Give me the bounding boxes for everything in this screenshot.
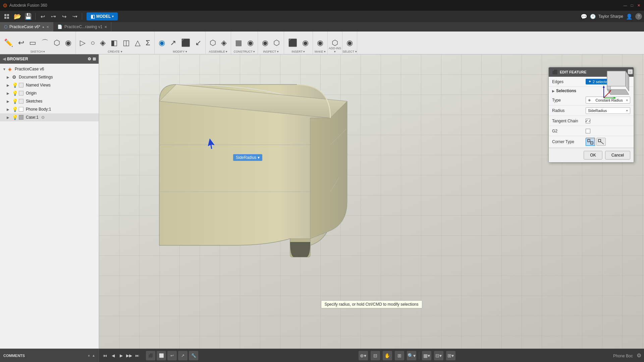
redo-history-button[interactable]: ↪▾: [70, 12, 79, 21]
visual-style-btn[interactable]: ⊟▾: [434, 351, 443, 360]
radius-value-text: SideRadius: [588, 109, 607, 113]
timeline-btn-5[interactable]: 🔧: [189, 351, 198, 360]
status-bar: COMMENTS + ▲ ⏮ ◀ ▶ ▶▶ ⏭ ⬛ ⬜ ↩ ↗ 🔧 ⊕▾ ⊟ ✋…: [0, 349, 644, 362]
sketch-btn-poly[interactable]: ⬡: [52, 38, 62, 48]
playback-first-btn[interactable]: ⏮: [102, 352, 108, 359]
sketch-btn-line[interactable]: ▭: [27, 38, 38, 48]
modify-btn-chamfer[interactable]: ↗: [168, 38, 178, 48]
radius-dropdown-arrow[interactable]: ▾: [258, 155, 260, 160]
corner-type-btn-2[interactable]: [596, 138, 606, 146]
user-name[interactable]: Taylor Sharpe: [598, 14, 623, 19]
tab-close-2[interactable]: ✕: [104, 25, 107, 29]
cancel-button[interactable]: Cancel: [605, 151, 630, 160]
timeline-btn-4[interactable]: ↗: [178, 351, 187, 360]
sketch-btn-arc[interactable]: ⌒: [39, 37, 51, 49]
create-btn-loft[interactable]: ◧: [109, 38, 120, 48]
tree-item-phonebody[interactable]: ▶ 💡 Phone Body:1: [0, 105, 99, 113]
close-button[interactable]: ✕: [636, 3, 641, 8]
fit-btn[interactable]: ⊞: [395, 351, 404, 360]
sketch-btn-circle[interactable]: ◉: [63, 38, 73, 48]
tree-item-root[interactable]: ▼ ◈ PracticeCase v6: [0, 65, 99, 73]
tree-item-origin[interactable]: ▶ 💡 Origin: [0, 89, 99, 97]
tree-item-case1[interactable]: ▶ 💡 Case:1 ⊙: [0, 113, 99, 121]
grid-menu-button[interactable]: [2, 12, 11, 21]
viewcube[interactable]: ⌂: [600, 68, 634, 101]
timeline-btn-2[interactable]: ⬜: [157, 351, 166, 360]
clock-icon[interactable]: 🕐: [590, 14, 596, 19]
modify-btn-fillet[interactable]: ◉: [157, 38, 167, 48]
modify-btn-more[interactable]: ↙: [193, 38, 203, 48]
tangent-chain-checkbox[interactable]: ✓: [586, 119, 590, 123]
pan-btn[interactable]: ✋: [383, 351, 392, 360]
file-menu-button[interactable]: 📂: [13, 12, 22, 21]
ef-dropdown-radius[interactable]: SideRadius ▾: [586, 107, 630, 114]
tree-item-sketches[interactable]: ▶ 💡 Sketches: [0, 97, 99, 105]
radius-input-overlay[interactable]: SideRadius ▾: [233, 154, 262, 161]
tab-practicecase[interactable]: ⬡ PracticeCase v6* ● ✕: [0, 22, 53, 32]
maximize-button[interactable]: □: [629, 3, 635, 8]
create-btn-sweep[interactable]: ◈: [98, 38, 108, 48]
settings-icon[interactable]: ⚙: [637, 353, 644, 358]
corner-type-btn-1[interactable]: [586, 138, 595, 146]
main-toolbar: 📂 💾 ↩ ↩▾ ↪ ↪▾ ◧ MODEL ▾ 💬 🕐 Taylor Sharp…: [0, 11, 644, 22]
create-btn-mirror[interactable]: ◫: [121, 38, 132, 48]
zoom-btn[interactable]: 🔍▾: [407, 351, 416, 360]
comments-add-icon[interactable]: +: [88, 354, 90, 358]
playback-play-btn[interactable]: ▶: [118, 352, 124, 359]
help-icon[interactable]: ?: [635, 13, 642, 20]
create-btn-pattern[interactable]: △: [133, 38, 143, 48]
ground-plane-btn[interactable]: ⊞▾: [446, 351, 455, 360]
redo-button[interactable]: ↪: [59, 12, 69, 21]
tab-drawing[interactable]: 📄 PracticeC...rawing v1 ✕: [53, 22, 111, 32]
playback-prev-btn[interactable]: ◀: [110, 352, 116, 359]
create-more-icon: Σ: [146, 39, 150, 47]
undo-button[interactable]: ↩: [38, 12, 47, 21]
ok-button[interactable]: OK: [584, 151, 602, 160]
tangent-chain-check[interactable]: ✓: [586, 119, 590, 123]
playback-next-btn[interactable]: ▶▶: [126, 352, 132, 359]
display-mode-btn[interactable]: ▦▾: [422, 351, 431, 360]
create-btn-revolve[interactable]: ○: [89, 38, 97, 48]
construct-btn-1[interactable]: ▦: [233, 38, 244, 48]
tree-item-namedviews[interactable]: ▶ 💡 Named Views: [0, 81, 99, 89]
inspect-btn-2[interactable]: ⬡: [271, 38, 282, 48]
view-home-btn[interactable]: ⊕▾: [359, 351, 368, 360]
g2-checkbox[interactable]: [586, 129, 590, 133]
create-btn-more[interactable]: Σ: [144, 38, 152, 48]
browser-expand-icon[interactable]: ⊞: [93, 57, 96, 61]
assemble-icon-2: ◈: [221, 39, 227, 47]
create-btn-extrude[interactable]: ▷: [78, 38, 88, 48]
tab-close-1[interactable]: ✕: [46, 25, 49, 29]
comments-expand-icon[interactable]: ▲: [92, 354, 95, 357]
assemble-btn-2[interactable]: ◈: [219, 38, 229, 48]
g2-check[interactable]: [586, 129, 590, 133]
playback-last-btn[interactable]: ⏭: [134, 352, 141, 359]
minimize-button[interactable]: —: [623, 3, 628, 8]
model-workspace-button[interactable]: ◧ MODEL ▾: [87, 12, 118, 20]
notifications-icon[interactable]: 💬: [581, 13, 587, 20]
save-button[interactable]: 💾: [23, 12, 33, 21]
tree-arrow-phonebody: ▶: [7, 108, 11, 111]
addins-btn-1[interactable]: ⬡: [330, 38, 340, 48]
assemble-btn-1[interactable]: ⬡: [208, 38, 218, 48]
sketch-arc-icon: ⌒: [41, 38, 49, 48]
timeline-btn-3[interactable]: ↩: [167, 351, 177, 360]
user-avatar[interactable]: 👤: [626, 13, 633, 20]
timeline-btn-1[interactable]: ⬛: [146, 351, 155, 360]
view-display-btn[interactable]: ⊟: [371, 351, 380, 360]
sketch-btn-create[interactable]: ✏️: [2, 38, 15, 48]
browser-filter-icon[interactable]: ⚙: [88, 57, 91, 61]
undo-history-button[interactable]: ↩▾: [49, 12, 58, 21]
browser-title: BROWSER: [7, 57, 28, 61]
modify-btn-shell[interactable]: ⬛: [179, 38, 192, 48]
tree-item-docsettings[interactable]: ▶ ⚙ Document Settings: [0, 73, 99, 81]
browser-collapse-icon[interactable]: ◀: [3, 57, 6, 61]
comments-section[interactable]: COMMENTS + ▲: [0, 349, 99, 362]
insert-btn-2[interactable]: ◉: [300, 38, 311, 48]
construct-btn-2[interactable]: ◉: [245, 38, 256, 48]
sketch-btn-finish[interactable]: ↩: [16, 38, 26, 48]
inspect-btn-1[interactable]: ◉: [260, 38, 270, 48]
select-btn-1[interactable]: ◉: [344, 38, 355, 48]
make-btn-1[interactable]: ◉: [315, 38, 325, 48]
insert-btn-1[interactable]: ⬛: [286, 38, 299, 48]
